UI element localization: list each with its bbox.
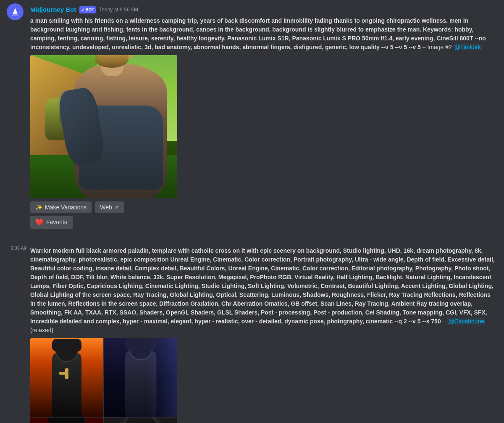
paladin-cell-2 <box>104 338 177 417</box>
timestamp-left-2: 9:36 AM <box>7 245 28 252</box>
add-reaction-button-2[interactable]: 🕐 <box>446 249 457 260</box>
message-text-2: Warrior modern full black armored paladi… <box>30 247 495 325</box>
message-timestamp-1: Today at 9:36 AM <box>99 6 138 13</box>
message-content-1: a man smiling with his friends on a wild… <box>30 16 497 52</box>
sparkle-icon: ✨ <box>35 204 42 211</box>
checkmark-icon: ✓ <box>81 7 84 13</box>
sailboat-icon <box>9 6 21 18</box>
camping-image[interactable] <box>30 55 177 198</box>
message-group-1: Midjourney Bot ✓ BOT Today at 9:36 AM a … <box>30 3 497 233</box>
external-link-icon: ↗ <box>115 204 119 210</box>
message-text-1: a man smiling with his friends on a wild… <box>30 17 486 50</box>
message-suffix-1: – Image #2 <box>421 44 454 50</box>
bot-badge: ✓ BOT <box>79 6 96 13</box>
action-buttons-1: ✨ Make Variations Web ↗ <box>30 201 497 213</box>
svg-rect-1 <box>12 15 18 16</box>
image-container-1 <box>30 55 497 198</box>
create-thread-button[interactable]: # <box>470 9 477 20</box>
make-variations-button[interactable]: ✨ Make Variations <box>30 201 92 213</box>
paladin-cell-4 <box>104 418 177 423</box>
web-button-label: Web <box>100 204 112 211</box>
message-content-2: Warrior modern full black armored paladi… <box>30 246 497 335</box>
web-button[interactable]: Web ↗ <box>95 201 124 213</box>
mention-2[interactable]: @Cacaboune <box>447 318 485 325</box>
paladin-image-grid[interactable] <box>30 338 177 423</box>
favorite-label: Favorite <box>46 219 68 225</box>
message-header-1: Midjourney Bot ✓ BOT Today at 9:36 AM <box>30 5 497 15</box>
extra-action-buttons-1: ❤️ Favorite <box>30 216 497 229</box>
make-variations-label: Make Variations <box>45 204 87 211</box>
bot-avatar <box>7 3 24 20</box>
favorite-button[interactable]: ❤️ Favorite <box>30 216 73 229</box>
camping-img-content <box>30 55 177 198</box>
reply-button[interactable]: ↩ <box>459 9 468 20</box>
chat-container: Midjourney Bot ✓ BOT Today at 9:36 AM a … <box>0 0 504 423</box>
message-group-2: 9:36 AM Warrior modern full black armore… <box>30 243 497 423</box>
paladin-cell-3 <box>30 418 103 423</box>
message-end-2: (relaxed) <box>30 327 53 333</box>
mention-1[interactable]: @Limkork <box>454 44 482 50</box>
more-options-button[interactable]: ⋯ <box>478 9 488 20</box>
heart-icon: ❤️ <box>35 218 44 226</box>
create-thread-button-2[interactable]: # <box>470 249 477 260</box>
reply-button-2[interactable]: ↩ <box>459 249 468 260</box>
message-suffix-2: – <box>441 318 448 325</box>
add-reaction-button[interactable]: 🕐 <box>446 9 457 20</box>
paladin-cell-1 <box>30 338 103 417</box>
bot-username: Midjourney Bot <box>30 5 76 15</box>
more-options-button-2[interactable]: ⋯ <box>478 249 488 260</box>
